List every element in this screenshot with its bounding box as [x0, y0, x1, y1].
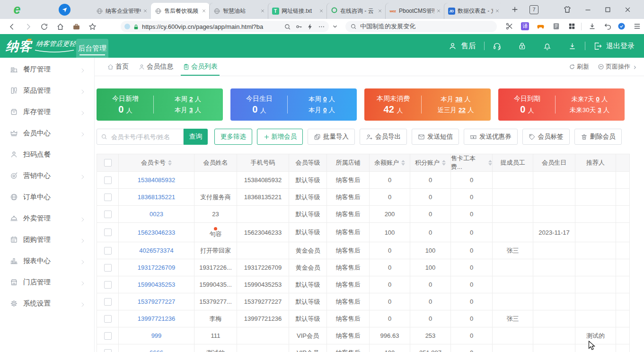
- briefcase-icon[interactable]: [72, 23, 80, 31]
- column-header[interactable]: 积分账户: [410, 154, 451, 171]
- row-checkbox[interactable]: [104, 247, 112, 255]
- new-tab-button[interactable]: [511, 6, 519, 13]
- column-header[interactable]: 所属店铺: [327, 154, 370, 171]
- sidebar-item[interactable]: 会员中心: [0, 123, 94, 144]
- lightning-icon[interactable]: [307, 23, 314, 30]
- row-checkbox[interactable]: [104, 176, 112, 184]
- page-operations-button[interactable]: 页面操作: [598, 62, 637, 71]
- logout-icon[interactable]: [593, 42, 602, 51]
- sidebar-item[interactable]: 外卖管理: [0, 208, 94, 229]
- username[interactable]: 售后: [461, 41, 476, 51]
- sidebar-item[interactable]: 菜品管理: [0, 80, 94, 101]
- sidebar-item[interactable]: 营销中心: [0, 165, 94, 186]
- card-number-link[interactable]: 0023: [150, 211, 163, 218]
- column-header[interactable]: 会员生日: [533, 154, 575, 171]
- tab-close-icon[interactable]: [495, 9, 500, 13]
- toolbar-button[interactable]: 更多筛选: [214, 129, 252, 145]
- workspace-tab[interactable]: 会员列表: [183, 58, 218, 76]
- browser-tab[interactable]: T网址链接.txt: [268, 3, 327, 19]
- skin-wardrobe-icon[interactable]: [563, 5, 572, 14]
- tab-close-icon[interactable]: [260, 9, 265, 13]
- tab-close-icon[interactable]: [143, 9, 148, 13]
- sort-icon[interactable]: [442, 160, 446, 166]
- tab-count-badge[interactable]: 7: [529, 5, 538, 14]
- browser-tab[interactable]: 纳客企业管理中: [92, 3, 151, 19]
- row-checkbox[interactable]: [104, 332, 112, 340]
- sidebar-item[interactable]: 团购管理: [0, 229, 94, 250]
- column-header[interactable]: 会员等级: [289, 154, 327, 171]
- sidebar-item[interactable]: 库存管理: [0, 101, 94, 123]
- download-icon[interactable]: [588, 22, 596, 30]
- reload-icon[interactable]: [40, 23, 48, 31]
- sidebar-item[interactable]: 餐厅管理: [0, 59, 94, 80]
- row-checkbox[interactable]: [104, 194, 112, 201]
- chevron-down-icon[interactable]: [332, 23, 338, 30]
- more-dots-icon[interactable]: [318, 23, 325, 30]
- row-checkbox[interactable]: [104, 229, 112, 236]
- lock-icon[interactable]: [518, 42, 527, 51]
- screenshot-scissors-icon[interactable]: [505, 22, 513, 30]
- card-number-link[interactable]: 15623046233: [138, 229, 176, 236]
- toolbar-button[interactable]: 批量导入: [308, 129, 355, 145]
- card-number-link[interactable]: 999: [151, 332, 162, 339]
- minimize-button[interactable]: [584, 6, 591, 13]
- tab-close-icon[interactable]: [378, 9, 382, 13]
- logout-label[interactable]: 退出登录: [606, 42, 635, 51]
- headset-icon[interactable]: [493, 42, 502, 51]
- browser-tab[interactable]: JD数据仪表盘 - 京: [444, 3, 503, 19]
- sort-icon[interactable]: [401, 160, 405, 166]
- menu-icon[interactable]: [633, 22, 641, 30]
- row-checkbox[interactable]: [104, 264, 112, 272]
- close-window-button[interactable]: [624, 6, 631, 13]
- download-icon[interactable]: [568, 42, 577, 51]
- browser-tab[interactable]: 智慧油站: [210, 3, 268, 19]
- tab-close-icon[interactable]: [202, 9, 206, 13]
- sort-icon[interactable]: [168, 160, 172, 166]
- sidebar-item[interactable]: 系统设置: [0, 293, 94, 314]
- sidebar-item[interactable]: 扫码点餐: [0, 144, 94, 165]
- browser-search-box[interactable]: 中国制造的发展变化: [345, 21, 497, 32]
- row-checkbox[interactable]: [104, 315, 112, 323]
- url-field[interactable]: https://cy.600vip.cn/pages/app/main.html…: [121, 21, 329, 32]
- home-icon[interactable]: [56, 23, 64, 31]
- forward-icon[interactable]: [24, 23, 32, 31]
- sidebar-item[interactable]: 订单中心: [0, 186, 94, 208]
- row-checkbox[interactable]: [104, 281, 112, 289]
- tab-close-icon[interactable]: [436, 9, 441, 13]
- sync-icon[interactable]: [618, 22, 626, 30]
- member-search-input[interactable]: [110, 133, 179, 141]
- select-all-checkbox[interactable]: [104, 159, 112, 167]
- refresh-button[interactable]: 刷新: [569, 62, 589, 71]
- row-checkbox[interactable]: [104, 349, 112, 352]
- password-key-icon[interactable]: [295, 23, 302, 30]
- query-button[interactable]: 查询: [184, 129, 208, 145]
- card-number-link[interactable]: 18368135221: [138, 194, 176, 201]
- card-number-link[interactable]: 13997721236: [138, 315, 176, 322]
- browser-tab[interactable]: 在线咨询 - 云: [327, 3, 386, 19]
- card-number-link[interactable]: 19317226709: [138, 264, 176, 271]
- toolbar-button[interactable]: 发送短信: [412, 129, 459, 145]
- column-header[interactable]: 余额账户: [370, 154, 410, 171]
- apps-grid-icon[interactable]: [568, 22, 576, 30]
- tab-close-icon[interactable]: [319, 9, 324, 13]
- row-checkbox[interactable]: [104, 298, 112, 306]
- translate-icon[interactable]: 译: [521, 22, 529, 30]
- browser-tab[interactable]: 售后餐饮视频: [151, 3, 210, 19]
- bell-icon[interactable]: [543, 42, 552, 51]
- card-number-link[interactable]: 15379277227: [138, 298, 176, 305]
- toolbar-button[interactable]: 新增会员: [257, 129, 303, 145]
- column-header[interactable]: 会员姓名: [194, 154, 237, 171]
- column-header[interactable]: 售卡工本费...: [451, 154, 493, 171]
- reader-icon[interactable]: [552, 22, 560, 30]
- workspace-tab[interactable]: 会员信息: [138, 58, 173, 76]
- card-number-link[interactable]: 4026573374: [139, 247, 173, 254]
- card-number-link[interactable]: 15990435253: [138, 281, 176, 288]
- zoom-icon[interactable]: [284, 23, 291, 30]
- column-header[interactable]: 推荐人: [575, 154, 616, 171]
- column-header[interactable]: 手机号码: [237, 154, 289, 171]
- toolbar-button[interactable]: 会员标签: [522, 129, 570, 145]
- member-search-field[interactable]: [97, 129, 184, 145]
- sidebar-item[interactable]: 门店管理: [0, 272, 94, 293]
- toolbar-button[interactable]: 发送优惠券: [464, 129, 518, 145]
- nav-tab-backstage[interactable]: 后台管理: [76, 39, 108, 58]
